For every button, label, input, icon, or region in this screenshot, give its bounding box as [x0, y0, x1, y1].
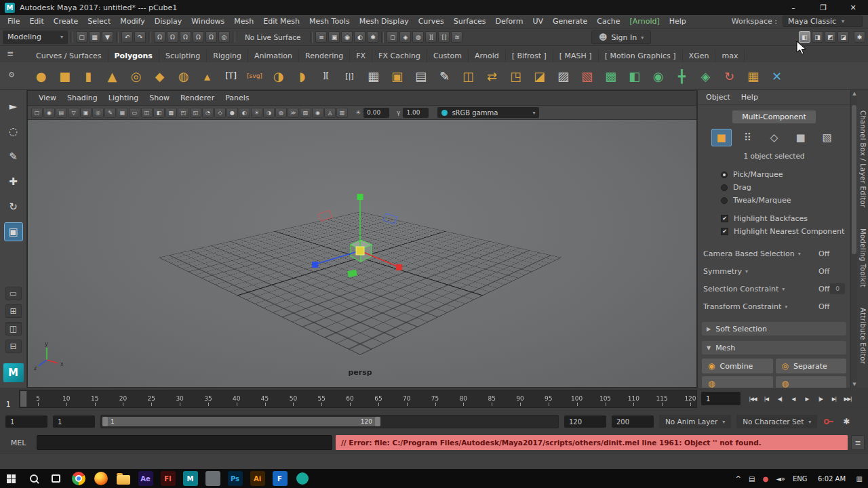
- checkbox-row-highlight-backfaces[interactable]: ✔Highlight Backfaces: [721, 212, 850, 225]
- shelf-menu-icon[interactable]: ≡: [7, 49, 14, 58]
- play-backwards-button[interactable]: ◀: [787, 391, 800, 406]
- start-button[interactable]: [0, 469, 22, 488]
- poly-cone-icon[interactable]: ▲: [101, 64, 123, 87]
- character-set-select[interactable]: No Character Set ▾: [736, 415, 817, 428]
- menu-select[interactable]: Select: [83, 17, 115, 26]
- screen-space-ao-icon[interactable]: ◍: [275, 108, 287, 118]
- menu-mesh-tools[interactable]: Mesh Tools: [304, 17, 355, 26]
- menu-surfaces[interactable]: Surfaces: [449, 17, 491, 26]
- lattice-icon[interactable]: ▤: [410, 64, 432, 87]
- browser-icon[interactable]: [67, 469, 90, 488]
- layout-single-pane-button[interactable]: ▭: [5, 287, 22, 300]
- layout-outliner-pane-button[interactable]: ⊟: [5, 340, 22, 353]
- move-tool[interactable]: ✚: [4, 172, 23, 191]
- radio-tweak-marquee[interactable]: [721, 197, 728, 204]
- open-scene-icon[interactable]: ▦: [89, 31, 100, 43]
- wireframe-icon[interactable]: ◇: [214, 108, 226, 118]
- restore-button[interactable]: ❐: [808, 0, 838, 15]
- motion-blur-icon[interactable]: ≫: [288, 108, 299, 118]
- select-tool[interactable]: ►: [4, 97, 23, 116]
- poly-half-sphere-icon[interactable]: ◗: [291, 64, 313, 87]
- merge-vertices-icon[interactable]: ⇄: [481, 64, 503, 87]
- gray-app-icon[interactable]: [201, 469, 224, 488]
- view-transform-select[interactable]: sRGB gamma ▾: [437, 107, 539, 118]
- menu-windows[interactable]: Windows: [186, 17, 229, 26]
- menu-edit[interactable]: Edit: [24, 17, 48, 26]
- face-mode-button[interactable]: ■: [791, 129, 811, 146]
- gamma-icon[interactable]: γ: [397, 109, 400, 116]
- file-explorer-icon[interactable]: [112, 469, 134, 488]
- step-forward-key-button[interactable]: ▶|: [827, 391, 841, 406]
- command-language-toggle[interactable]: MEL: [0, 439, 37, 447]
- append-pencil-icon[interactable]: ✎: [433, 64, 456, 87]
- poly-grid-icon[interactable]: ▦: [362, 64, 384, 87]
- menu-set-select[interactable]: Modeling ▾: [3, 30, 68, 44]
- panel-menu-shading[interactable]: Shading: [62, 94, 103, 102]
- shadows-icon[interactable]: ◑: [263, 108, 275, 118]
- animation-mask-icon[interactable]: ◍: [412, 31, 424, 43]
- panel-menu-renderer[interactable]: Renderer: [175, 94, 220, 102]
- type-tool-icon[interactable]: [T]: [220, 64, 242, 87]
- component-mask-icon[interactable]: ◈: [399, 31, 411, 43]
- flash-icon[interactable]: Fl: [157, 469, 179, 488]
- step-back-frame-button[interactable]: ◀|: [773, 391, 787, 406]
- snap-to-grid-icon[interactable]: Ω: [154, 31, 165, 43]
- animation-preferences-button[interactable]: ✱: [840, 415, 852, 428]
- y-axis-box[interactable]: [357, 194, 363, 200]
- object-mask-icon[interactable]: ◻: [387, 31, 398, 43]
- exposure-icon[interactable]: ☀: [355, 109, 361, 116]
- menu-create[interactable]: Create: [49, 17, 83, 26]
- panel-menu-panels[interactable]: Panels: [220, 94, 254, 102]
- grease-pencil-icon[interactable]: ✎: [104, 108, 116, 118]
- shelf-tab-fx[interactable]: FX: [350, 49, 372, 62]
- xray-icon[interactable]: ▥: [336, 108, 348, 118]
- panel-tab-modeling-toolkit[interactable]: Modeling Toolkit: [859, 228, 867, 287]
- poly-torus-icon[interactable]: ◎: [125, 64, 147, 87]
- layout-split-pane-button[interactable]: ◫: [5, 322, 22, 336]
- rotate-tool[interactable]: ↻: [4, 197, 23, 216]
- smooth-cube-icon[interactable]: ▣: [386, 64, 408, 87]
- dashed-cube-icon[interactable]: ▨: [552, 64, 574, 87]
- transform-constraint-icon[interactable]: ✕: [766, 64, 788, 87]
- security-center-icon[interactable]: ●: [762, 475, 768, 483]
- snap-to-point-icon[interactable]: Ω: [180, 31, 191, 43]
- workspace-attr-editor-icon[interactable]: ◩: [825, 31, 836, 43]
- mirror-geometry-icon[interactable]: ◫: [457, 64, 479, 87]
- fast-interaction-icon[interactable]: []: [438, 31, 450, 43]
- multi-cut-icon[interactable]: ◧: [623, 64, 646, 87]
- menu-arnold[interactable]: [Arnold]: [625, 17, 665, 26]
- search-button[interactable]: [22, 469, 45, 488]
- snap-to-projected-center-icon[interactable]: Ω: [193, 31, 204, 43]
- symmetry-row[interactable]: Symmetry▾Off: [702, 262, 846, 280]
- radio-row-pick-marquee[interactable]: Pick/Marquee: [721, 168, 850, 181]
- camera-based-selection-row[interactable]: Camera Based Selection▾Off: [702, 245, 846, 262]
- connect-icon[interactable]: ╋: [671, 64, 693, 87]
- render-settings-icon[interactable]: ✱: [367, 31, 378, 43]
- delete-component-icon[interactable]: ▧: [576, 64, 598, 87]
- step-forward-frame-button[interactable]: |▶: [814, 391, 827, 406]
- menu-edit-mesh[interactable]: Edit Mesh: [258, 17, 304, 26]
- textured-icon[interactable]: ◐: [239, 108, 250, 118]
- soft-selection-section-header[interactable]: ▶Soft Selection: [702, 322, 846, 336]
- construction-history-icon[interactable]: ≡: [315, 31, 327, 43]
- animation-end-field[interactable]: 200: [612, 415, 654, 428]
- go-to-end-button[interactable]: ▶▶|: [841, 391, 854, 406]
- shelf-tab-rigging[interactable]: Rigging: [207, 49, 248, 62]
- target-weld-icon[interactable]: ◉: [647, 64, 669, 87]
- poly-cylinder-icon[interactable]: ▮: [77, 64, 100, 87]
- bookmarks-icon[interactable]: ▽: [68, 108, 79, 118]
- shelf-tab-arnold[interactable]: Arnold: [469, 49, 506, 62]
- menu-file[interactable]: File: [3, 17, 24, 26]
- auto-keyframe-toggle[interactable]: [823, 415, 835, 428]
- radio-pick-marquee[interactable]: [721, 171, 728, 178]
- poly-plane-icon[interactable]: ◆: [149, 64, 171, 87]
- vertex-mode-button[interactable]: ⠿: [738, 129, 758, 146]
- panel-menu-lighting[interactable]: Lighting: [103, 94, 144, 102]
- multisample-icon[interactable]: ▨: [300, 108, 311, 118]
- menu-mesh[interactable]: Mesh: [229, 17, 258, 26]
- lasso-tool[interactable]: ◌: [4, 122, 23, 141]
- radio-row-tweak-marquee[interactable]: Tweak/Marquee: [721, 194, 850, 207]
- clipped-button-1[interactable]: ◍: [702, 376, 773, 388]
- undo-icon[interactable]: ↶: [121, 31, 133, 43]
- illustrator-icon[interactable]: Ai: [246, 469, 269, 488]
